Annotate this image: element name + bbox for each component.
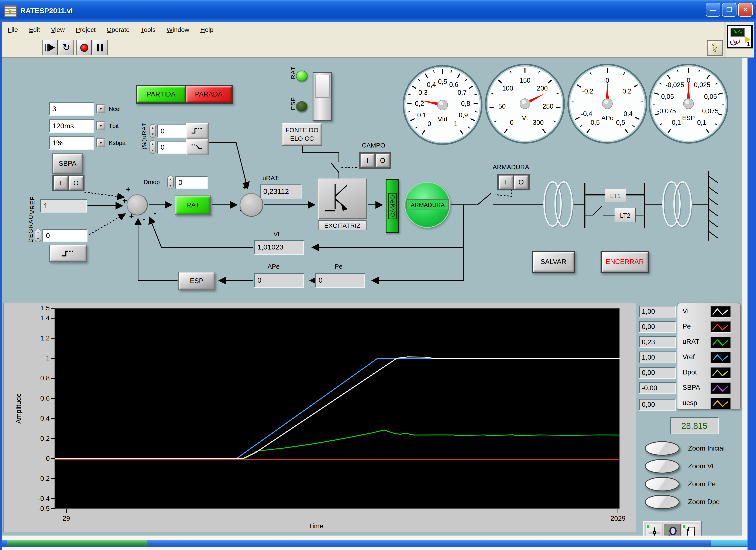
urat-pct-label: (%)uRAT — [141, 122, 147, 149]
run-continuous-button[interactable]: ↻ — [59, 40, 74, 55]
vi-titlebar-icon: ➤ — [4, 5, 17, 17]
svg-text:100: 100 — [502, 85, 513, 92]
degrau-step-button[interactable] — [49, 245, 87, 262]
svg-text:0,075: 0,075 — [702, 107, 719, 115]
sum-junction-1 — [127, 194, 148, 215]
svg-text:1: 1 — [454, 120, 458, 127]
lt2-block: LT2 — [615, 208, 636, 222]
gauge-vt: 050100150200250300Vt — [482, 61, 567, 150]
urat2-stepper[interactable]: ▲▼ — [150, 140, 156, 154]
tbit-dropdown-icon[interactable]: ▼ — [96, 121, 105, 130]
ncel-label: Ncel — [109, 105, 121, 112]
campo-io-switch: I O — [359, 152, 391, 169]
partida-parada-group: PARTIDA PARADA — [136, 85, 233, 104]
ncel-dropdown-icon[interactable]: ▼ — [96, 104, 105, 113]
pe-display: 0 — [315, 273, 365, 288]
menu-tools[interactable]: Tools — [141, 26, 155, 33]
svg-text:150: 150 — [519, 77, 530, 84]
minimize-button[interactable]: — — [706, 3, 720, 17]
ksbpa-label: Ksbpa — [109, 139, 126, 146]
armadura-on-key[interactable]: I — [499, 175, 513, 189]
ksbpa-ring[interactable]: 1% — [49, 136, 94, 150]
svg-text:0,2: 0,2 — [415, 100, 424, 107]
svg-text:-: - — [154, 208, 157, 217]
svg-text:-0,05: -0,05 — [659, 93, 674, 100]
droop-label: Droop — [144, 178, 160, 185]
salvar-button[interactable]: SALVAR — [532, 251, 575, 273]
menu-view[interactable]: View — [51, 26, 65, 33]
partida-button[interactable]: PARTIDA — [137, 86, 186, 102]
titlebar[interactable]: ➤ RATESP2011.vi — ❐ ✕ — [0, 0, 756, 22]
restore-button[interactable]: ❐ — [722, 3, 736, 17]
encerrar-button[interactable]: ENCERRAR — [601, 251, 649, 273]
vi-icon: ∿∿ 1 — [727, 25, 753, 48]
svg-text:0: 0 — [427, 120, 431, 127]
bottom-edge — [2, 547, 748, 550]
excitatriz-block — [318, 178, 367, 219]
svg-text:Vfd: Vfd — [438, 116, 447, 123]
svg-text:-0,5: -0,5 — [588, 119, 600, 126]
toolbar-divider — [725, 22, 725, 58]
armadura-generator-label: ARMADURA — [406, 199, 449, 210]
menu-window[interactable]: Window — [167, 26, 189, 33]
vref-label: VREF — [29, 196, 36, 214]
menu-edit[interactable]: Edit — [29, 26, 40, 33]
tbit-ring[interactable]: 120ms — [49, 119, 94, 133]
degrau-input[interactable]: 0 — [42, 229, 87, 242]
ape-display: 0 — [254, 273, 304, 288]
rat-button[interactable]: RAT — [175, 195, 211, 215]
close-button[interactable]: ✕ — [738, 3, 753, 17]
lt1-block: LT1 — [605, 189, 626, 202]
svg-text:APe: APe — [601, 114, 614, 121]
degrau-stepper[interactable]: ▲▼ — [35, 229, 41, 242]
svg-text:0,2: 0,2 — [622, 88, 632, 95]
urat-ramp-button[interactable] — [186, 139, 209, 155]
menu-operate[interactable]: Operate — [107, 26, 130, 33]
help-button[interactable]: ? — [707, 40, 723, 56]
svg-text:0,9: 0,9 — [459, 111, 468, 119]
menu-help[interactable]: Help — [200, 26, 213, 33]
ksbpa-dropdown-icon[interactable]: ▼ — [96, 138, 105, 147]
rat-esp-switch[interactable] — [313, 72, 332, 121]
sbpa-on-key[interactable]: I — [54, 176, 68, 190]
sbpa-io-switch: I O — [52, 175, 85, 191]
campo-off-key[interactable]: O — [375, 153, 390, 167]
svg-text:0,8: 0,8 — [461, 100, 470, 107]
fonte-elo-cc-block: FONTE DO ELO CC — [282, 123, 322, 146]
led-rat-label: RAT — [290, 66, 296, 79]
pe-display-label: Pe — [335, 263, 343, 270]
droop-input[interactable]: 0 — [175, 176, 208, 189]
ncel-ring[interactable]: 3 — [49, 102, 94, 116]
svg-text:-0,075: -0,075 — [657, 107, 676, 115]
droop-stepper[interactable]: ▲▼ — [167, 175, 174, 189]
svg-text:-0,4: -0,4 — [581, 110, 592, 117]
campo-on-key[interactable]: I — [360, 153, 375, 167]
esp-block-button[interactable]: ESP — [178, 272, 215, 290]
excitatriz-label: EXCITATRIZ — [318, 220, 367, 230]
svg-text:+: + — [122, 196, 127, 205]
urat-display-label: uRAT: — [262, 174, 279, 181]
svg-text:ESP: ESP — [682, 114, 695, 121]
sbpa-button[interactable]: SBPA — [52, 153, 83, 174]
abort-icon — [80, 44, 88, 52]
svg-text:0,025: 0,025 — [694, 81, 711, 89]
armadura-off-key[interactable]: O — [514, 175, 528, 189]
urat1-stepper[interactable]: ▲▼ — [150, 124, 156, 138]
thyristor-icon — [319, 179, 366, 218]
vi-icon-scope: ∿∿ — [731, 28, 745, 37]
parada-button[interactable]: PARADA — [186, 86, 231, 102]
menu-file[interactable]: File — [8, 26, 18, 33]
vref-input[interactable]: 1 — [40, 199, 87, 212]
ramp-down-icon — [191, 143, 203, 151]
abort-button[interactable] — [76, 40, 92, 55]
svg-text:-: - — [143, 215, 145, 223]
pause-button[interactable] — [93, 40, 108, 55]
vt-display: 1,01023 — [254, 240, 304, 254]
menu-project[interactable]: Project — [76, 26, 96, 33]
app-root: ➤ RATESP2011.vi — ❐ ✕ FileEditViewProjec… — [0, 0, 756, 550]
urat-step-button[interactable] — [186, 123, 209, 139]
run-button[interactable] — [42, 40, 58, 55]
campo-bar: CAMPO — [386, 179, 399, 233]
svg-text:-0,1: -0,1 — [670, 119, 681, 126]
sbpa-off-key[interactable]: O — [69, 176, 83, 190]
